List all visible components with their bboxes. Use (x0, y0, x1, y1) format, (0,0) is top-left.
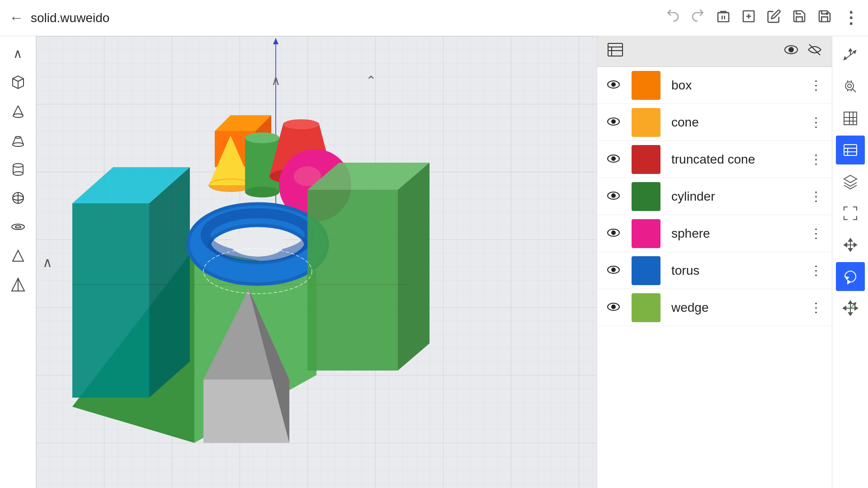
shape-color-swatch (632, 256, 660, 285)
svg-marker-94 (844, 57, 846, 60)
panel-hide-all-icon[interactable] (807, 42, 823, 61)
svg-point-52 (245, 187, 279, 197)
svg-point-97 (848, 84, 851, 88)
svg-marker-115 (849, 239, 852, 241)
rotate-icon[interactable] (836, 262, 865, 291)
cone-tool[interactable] (5, 99, 31, 124)
shape-more-icon[interactable]: ⋮ (810, 226, 823, 241)
panel-list-icon (606, 41, 624, 62)
shape-visibility-icon[interactable] (606, 300, 621, 314)
shape-color-swatch (632, 293, 660, 322)
svg-rect-108 (844, 145, 857, 155)
shape-name-label: sphere (671, 226, 799, 241)
left-toolbar: ∧ (0, 36, 36, 488)
move-icon[interactable] (836, 230, 865, 259)
svg-marker-67 (398, 163, 429, 371)
svg-point-61 (231, 231, 285, 257)
shape-item[interactable]: torus⋮ (597, 252, 832, 289)
save-icon[interactable] (792, 9, 807, 27)
svg-point-81 (612, 157, 615, 160)
undo-icon[interactable] (665, 9, 680, 27)
edit-icon[interactable] (767, 9, 781, 27)
header-right: + ⋮ (665, 9, 859, 28)
header: ← solid.wuweido + ⋮ (0, 0, 868, 36)
svg-point-85 (612, 231, 615, 235)
svg-line-75 (809, 44, 820, 55)
collapse-left-button[interactable]: ∧ (42, 254, 52, 270)
3d-shapes (36, 36, 597, 488)
svg-marker-95 (849, 49, 852, 51)
shape-name-label: truncated cone (671, 152, 799, 167)
truncated-cone-tool[interactable] (5, 127, 31, 153)
shape-name-label: cone (671, 115, 799, 130)
sphere-tool[interactable] (5, 185, 31, 211)
shape-more-icon[interactable]: ⋮ (810, 152, 823, 167)
shape-color-swatch (632, 219, 660, 248)
shape-visibility-icon[interactable] (606, 263, 621, 277)
shape-visibility-icon[interactable] (606, 152, 621, 166)
delete-icon[interactable] (716, 9, 731, 27)
search-view-icon[interactable] (836, 72, 865, 101)
torus-tool[interactable] (5, 214, 31, 239)
svg-marker-93 (854, 51, 856, 53)
shape-item[interactable]: cylinder⋮ (597, 178, 832, 215)
wedge-tool[interactable] (5, 243, 31, 268)
cylinder-tool[interactable] (5, 156, 31, 182)
shape-visibility-icon[interactable] (606, 115, 621, 129)
shape-visibility-icon[interactable] (606, 78, 621, 92)
svg-marker-120 (845, 277, 849, 279)
svg-point-74 (789, 47, 793, 52)
main-content: ∧ (0, 36, 868, 488)
shape-visibility-icon[interactable] (606, 226, 621, 240)
transform-icon[interactable] (836, 294, 865, 323)
svg-point-87 (612, 268, 615, 272)
shape-name-label: torus (671, 263, 799, 278)
back-nav-icon[interactable]: ← (9, 9, 24, 26)
svg-marker-119 (848, 280, 850, 284)
svg-line-98 (852, 89, 856, 92)
svg-marker-124 (849, 313, 852, 315)
more-menu-icon[interactable]: ⋮ (843, 9, 859, 28)
shape-item[interactable]: sphere⋮ (597, 215, 832, 252)
shape-more-icon[interactable]: ⋮ (810, 263, 823, 278)
svg-marker-123 (849, 301, 852, 304)
shape-visibility-icon[interactable] (606, 189, 621, 203)
shape-more-icon[interactable]: ⋮ (810, 300, 823, 315)
svg-point-79 (612, 120, 615, 123)
save-as-icon[interactable]: + (817, 9, 832, 27)
axis-3d-icon[interactable] (836, 41, 865, 70)
right-panel: box⋮ cone⋮ truncated cone⋮ cylinder⋮ sph… (597, 36, 832, 488)
grid-view-icon[interactable] (836, 104, 865, 133)
add-shape-icon[interactable] (741, 9, 756, 27)
layers-stack-icon[interactable] (836, 167, 865, 196)
svg-marker-116 (849, 249, 852, 251)
shape-color-swatch (632, 108, 660, 137)
shape-more-icon[interactable]: ⋮ (810, 189, 823, 204)
shape-item[interactable]: truncated cone⋮ (597, 141, 832, 178)
svg-marker-112 (844, 175, 857, 183)
shape-more-icon[interactable]: ⋮ (810, 115, 823, 130)
redo-icon[interactable] (691, 9, 705, 27)
svg-point-89 (612, 305, 615, 309)
shape-item[interactable]: box⋮ (597, 67, 832, 104)
shape-item[interactable]: wedge⋮ (597, 289, 832, 326)
panel-show-all-icon[interactable] (783, 42, 799, 61)
box-tool[interactable] (5, 70, 31, 95)
fit-frame-icon[interactable] (836, 199, 865, 228)
svg-marker-118 (854, 243, 857, 247)
collapse-up-button[interactable]: ∧ (5, 41, 31, 66)
svg-rect-103 (844, 112, 857, 125)
pyramid-tool[interactable] (5, 272, 31, 297)
page-title: solid.wuweido (31, 11, 109, 25)
canvas-area[interactable]: ∧ ⌃ (36, 36, 597, 488)
svg-point-15 (15, 136, 21, 138)
svg-point-18 (13, 172, 23, 175)
shape-more-icon[interactable]: ⋮ (810, 78, 823, 93)
shape-item[interactable]: cone⋮ (597, 104, 832, 141)
svg-rect-41 (72, 203, 149, 398)
svg-point-83 (612, 194, 615, 197)
svg-point-25 (12, 224, 24, 230)
layers-icon[interactable] (836, 136, 865, 164)
svg-point-14 (13, 143, 24, 146)
svg-marker-27 (13, 250, 24, 261)
